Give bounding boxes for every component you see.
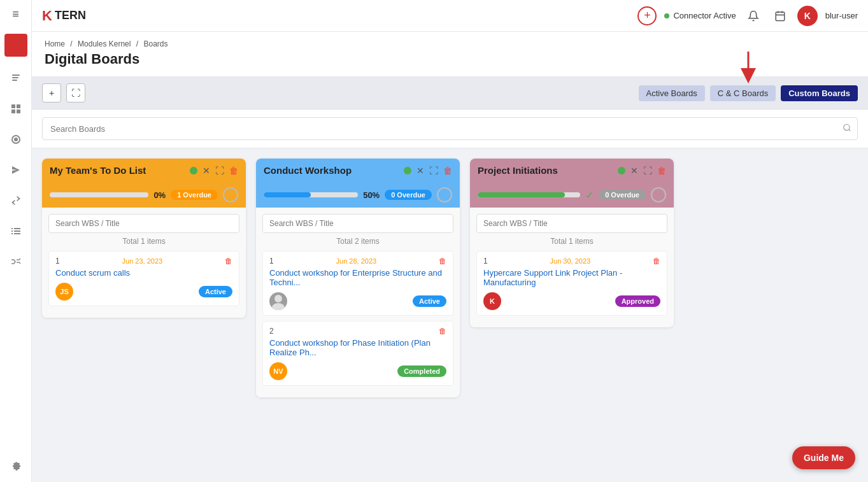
svg-rect-3: [11, 104, 15, 108]
board-item-footer: K Approved: [483, 292, 660, 310]
sidebar-icon-send[interactable]: [7, 161, 25, 179]
user-avatar[interactable]: K: [483, 292, 501, 310]
logo-k: K: [42, 8, 52, 24]
svg-rect-14: [14, 233, 20, 234]
svg-rect-6: [17, 110, 20, 113]
board-item: 1 Jun 23, 2023 🗑 Conduct scrum calls JS …: [48, 251, 239, 306]
board-expand-icon[interactable]: ⛶: [643, 166, 652, 176]
notification-icon[interactable]: [744, 6, 763, 25]
svg-rect-0: [12, 74, 20, 76]
progress-bar-fill: [478, 192, 565, 197]
active-boards-button[interactable]: Active Boards: [639, 85, 705, 101]
board-status-dot: [404, 167, 411, 174]
board-close-icon[interactable]: ✕: [416, 166, 424, 176]
svg-rect-5: [11, 110, 15, 113]
board-search-input[interactable]: [476, 214, 667, 233]
board-body: Total 1 items 1 Jun 23, 2023 🗑 Conduct s…: [42, 208, 246, 318]
sidebar-icon-grid[interactable]: [7, 100, 25, 118]
board-item-delete-icon[interactable]: 🗑: [653, 257, 660, 266]
sidebar: ≡: [0, 0, 32, 482]
svg-rect-9: [11, 228, 13, 229]
sidebar-red-block[interactable]: [4, 34, 27, 57]
board-card: Conduct Workshop ✕ ⛶ 🗑 50% 0 Overdue Tot…: [256, 159, 460, 397]
board-title: Project Initiations: [478, 165, 613, 176]
board-total: Total 1 items: [476, 237, 667, 246]
user-avatar[interactable]: [269, 292, 287, 310]
board-expand-icon[interactable]: ⛶: [429, 166, 438, 176]
board-item-title[interactable]: Hypercare Support Link Project Plan - Ma…: [483, 268, 660, 287]
board-item-title[interactable]: Conduct workshop for Phase Initiation (P…: [269, 338, 446, 357]
board-search-input[interactable]: [48, 214, 239, 233]
toolbar: + ⛶ Active Boards C & C Boards Custom Bo…: [32, 77, 868, 110]
user-avatar[interactable]: NV: [269, 362, 287, 380]
board-item-title[interactable]: Conduct scrum calls: [55, 268, 232, 278]
sidebar-icon-shuffle[interactable]: [7, 253, 25, 271]
board-item-num: 1: [483, 257, 488, 266]
board-title: My Team's To Do List: [50, 165, 185, 176]
sidebar-icon-notes[interactable]: [7, 69, 25, 87]
board-item-header: 1 Jun 23, 2023 🗑: [55, 257, 232, 266]
board-delete-icon[interactable]: 🗑: [229, 166, 238, 176]
add-button[interactable]: +: [42, 83, 61, 103]
board-item-delete-icon[interactable]: 🗑: [439, 257, 446, 266]
board-item-footer: JS Active: [55, 283, 232, 301]
svg-rect-15: [776, 12, 785, 21]
board-close-icon[interactable]: ✕: [203, 166, 210, 176]
board-search-input[interactable]: [262, 214, 453, 233]
user-avatar[interactable]: K: [797, 6, 818, 26]
board-status-dot: [618, 167, 625, 174]
svg-rect-1: [12, 77, 18, 78]
board-item-num: 1: [269, 257, 274, 266]
breadcrumb-modules[interactable]: Modules Kernel: [78, 39, 131, 48]
main-area: KTERN + Connector Active K blur-user Hom…: [32, 0, 868, 482]
logo-tern: TERN: [55, 9, 86, 22]
board-item-delete-icon[interactable]: 🗑: [439, 327, 446, 336]
expand-button[interactable]: ⛶: [66, 83, 85, 103]
overdue-badge: 0 Overdue: [385, 190, 432, 200]
board-progress: ✓ 0 Overdue: [470, 182, 674, 208]
guide-me-button[interactable]: Guide Me: [792, 446, 855, 469]
overdue-badge: 1 Overdue: [171, 190, 218, 200]
board-expand-icon[interactable]: ⛶: [215, 166, 224, 176]
sidebar-icon-exchange[interactable]: [7, 192, 25, 209]
board-item: 1 Jun 30, 2023 🗑 Hypercare Support Link …: [476, 251, 667, 316]
status-badge: Active: [413, 295, 446, 307]
board-delete-icon[interactable]: 🗑: [443, 166, 452, 176]
sidebar-icon-circle[interactable]: [7, 131, 25, 148]
status-badge: Active: [199, 286, 232, 297]
board-item-title[interactable]: Conduct workshop for Enterprise Structur…: [269, 268, 446, 287]
cc-boards-button[interactable]: C & C Boards: [710, 85, 776, 101]
connector-label: Connector Active: [673, 11, 736, 20]
board-delete-icon[interactable]: 🗑: [657, 166, 666, 176]
sidebar-icon-list[interactable]: [7, 222, 25, 240]
calendar-icon[interactable]: [771, 6, 790, 25]
breadcrumb-home[interactable]: Home: [45, 39, 65, 48]
breadcrumb-boards[interactable]: Boards: [143, 39, 167, 48]
board-item-delete-icon[interactable]: 🗑: [225, 257, 232, 266]
search-input[interactable]: [42, 117, 858, 140]
sidebar-menu-icon[interactable]: ≡: [12, 8, 19, 21]
board-close-icon[interactable]: ✕: [630, 166, 638, 176]
status-badge: Approved: [615, 295, 660, 307]
svg-rect-10: [14, 228, 20, 229]
user-avatar[interactable]: JS: [55, 283, 73, 301]
status-badge: Completed: [397, 365, 446, 377]
sidebar-icon-settings[interactable]: [7, 457, 25, 474]
topnav-add-button[interactable]: +: [637, 6, 657, 25]
overdue-badge: 0 Overdue: [599, 190, 646, 200]
connector-status: Connector Active: [664, 11, 736, 20]
board-title: Conduct Workshop: [264, 165, 399, 176]
custom-boards-button[interactable]: Custom Boards: [781, 85, 858, 101]
board-card: Project Initiations ✕ ⛶ 🗑 ✓ 0 Overdue To…: [470, 159, 674, 327]
content: My Team's To Do List ✕ ⛶ 🗑 0% 1 Overdue …: [32, 110, 868, 482]
board-total: Total 1 items: [48, 237, 239, 246]
progress-bar-bg: [264, 192, 358, 197]
board-progress: 50% 0 Overdue: [256, 182, 460, 208]
search-container: [32, 110, 868, 148]
board-item-header: 1 Jun 30, 2023 🗑: [483, 257, 660, 266]
circle-button[interactable]: [651, 187, 666, 202]
circle-button[interactable]: [437, 187, 452, 202]
circle-button[interactable]: [223, 187, 238, 202]
svg-point-17: [844, 124, 850, 130]
board-item-date: Jun 23, 2023: [122, 257, 163, 265]
